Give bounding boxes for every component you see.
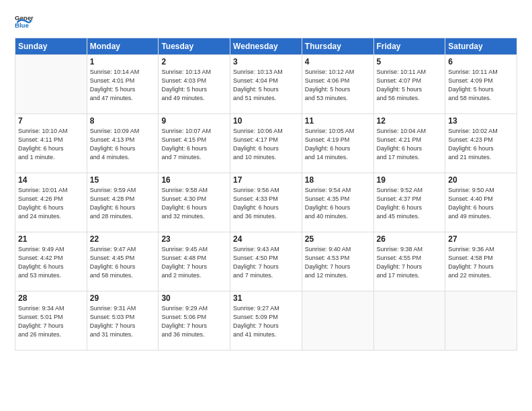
- day-info: Sunrise: 10:11 AM Sunset: 4:07 PM Daylig…: [377, 68, 443, 103]
- calendar-week-row: 28Sunrise: 9:34 AM Sunset: 5:01 PM Dayli…: [15, 291, 517, 351]
- calendar-body: 1Sunrise: 10:14 AM Sunset: 4:01 PM Dayli…: [15, 55, 517, 351]
- day-info: Sunrise: 10:13 AM Sunset: 4:03 PM Daylig…: [161, 68, 227, 103]
- day-info: Sunrise: 10:10 AM Sunset: 4:11 PM Daylig…: [18, 127, 84, 162]
- calendar-cell: 23Sunrise: 9:45 AM Sunset: 4:48 PM Dayli…: [159, 232, 230, 291]
- calendar-cell: 10Sunrise: 10:06 AM Sunset: 4:17 PM Dayl…: [230, 114, 302, 173]
- calendar-cell: 14Sunrise: 10:01 AM Sunset: 4:26 PM Dayl…: [15, 173, 87, 232]
- day-number: 2: [161, 57, 227, 66]
- calendar-cell: [445, 291, 517, 351]
- day-info: Sunrise: 9:29 AM Sunset: 5:06 PM Dayligh…: [161, 304, 227, 339]
- day-number: 4: [305, 57, 371, 66]
- day-info: Sunrise: 10:01 AM Sunset: 4:26 PM Daylig…: [18, 186, 84, 221]
- day-info: Sunrise: 9:47 AM Sunset: 4:45 PM Dayligh…: [90, 245, 156, 280]
- calendar-cell: 5Sunrise: 10:11 AM Sunset: 4:07 PM Dayli…: [373, 55, 445, 114]
- weekday-header: Wednesday: [230, 38, 302, 55]
- day-number: 25: [305, 234, 371, 244]
- day-info: Sunrise: 10:13 AM Sunset: 4:04 PM Daylig…: [233, 68, 299, 103]
- calendar-cell: 29Sunrise: 9:31 AM Sunset: 5:03 PM Dayli…: [87, 291, 159, 351]
- day-info: Sunrise: 9:50 AM Sunset: 4:40 PM Dayligh…: [448, 186, 514, 221]
- calendar-cell: 28Sunrise: 9:34 AM Sunset: 5:01 PM Dayli…: [15, 291, 87, 351]
- calendar-cell: 4Sunrise: 10:12 AM Sunset: 4:06 PM Dayli…: [302, 55, 373, 114]
- day-info: Sunrise: 10:06 AM Sunset: 4:17 PM Daylig…: [233, 127, 299, 162]
- day-info: Sunrise: 9:27 AM Sunset: 5:09 PM Dayligh…: [233, 304, 299, 339]
- day-info: Sunrise: 10:14 AM Sunset: 4:01 PM Daylig…: [90, 68, 156, 103]
- day-number: 27: [448, 234, 514, 244]
- day-info: Sunrise: 9:59 AM Sunset: 4:28 PM Dayligh…: [90, 186, 156, 221]
- day-number: 21: [18, 234, 84, 244]
- calendar-cell: 20Sunrise: 9:50 AM Sunset: 4:40 PM Dayli…: [445, 173, 517, 232]
- day-number: 22: [90, 234, 156, 244]
- calendar-cell: 7Sunrise: 10:10 AM Sunset: 4:11 PM Dayli…: [15, 114, 87, 173]
- day-number: 13: [448, 116, 514, 126]
- day-number: 15: [90, 175, 156, 185]
- calendar-cell: 11Sunrise: 10:05 AM Sunset: 4:19 PM Dayl…: [302, 114, 373, 173]
- calendar-cell: 25Sunrise: 9:40 AM Sunset: 4:53 PM Dayli…: [302, 232, 373, 291]
- day-number: 18: [305, 175, 371, 185]
- day-info: Sunrise: 9:36 AM Sunset: 4:58 PM Dayligh…: [448, 245, 514, 280]
- day-info: Sunrise: 10:02 AM Sunset: 4:23 PM Daylig…: [448, 127, 514, 162]
- day-number: 31: [233, 293, 299, 303]
- day-info: Sunrise: 9:31 AM Sunset: 5:03 PM Dayligh…: [90, 304, 156, 339]
- calendar-cell: 9Sunrise: 10:07 AM Sunset: 4:15 PM Dayli…: [159, 114, 230, 173]
- day-info: Sunrise: 10:04 AM Sunset: 4:21 PM Daylig…: [377, 127, 443, 162]
- day-number: 8: [90, 116, 156, 126]
- day-info: Sunrise: 9:43 AM Sunset: 4:50 PM Dayligh…: [233, 245, 299, 280]
- weekday-header: Sunday: [15, 38, 87, 55]
- calendar-cell: 8Sunrise: 10:09 AM Sunset: 4:13 PM Dayli…: [87, 114, 159, 173]
- day-number: 16: [161, 175, 227, 185]
- calendar-cell: [373, 291, 445, 351]
- calendar-cell: 6Sunrise: 10:11 AM Sunset: 4:09 PM Dayli…: [445, 55, 517, 114]
- day-info: Sunrise: 9:58 AM Sunset: 4:30 PM Dayligh…: [161, 186, 227, 221]
- calendar-cell: 12Sunrise: 10:04 AM Sunset: 4:21 PM Dayl…: [373, 114, 445, 173]
- day-info: Sunrise: 10:12 AM Sunset: 4:06 PM Daylig…: [305, 68, 371, 103]
- calendar-cell: 16Sunrise: 9:58 AM Sunset: 4:30 PM Dayli…: [159, 173, 230, 232]
- day-number: 10: [233, 116, 299, 126]
- calendar-week-row: 21Sunrise: 9:49 AM Sunset: 4:42 PM Dayli…: [15, 232, 517, 291]
- weekday-header: Saturday: [445, 38, 517, 55]
- calendar-cell: 31Sunrise: 9:27 AM Sunset: 5:09 PM Dayli…: [230, 291, 302, 351]
- day-number: 20: [448, 175, 514, 185]
- day-info: Sunrise: 9:34 AM Sunset: 5:01 PM Dayligh…: [18, 304, 84, 339]
- weekday-header: Friday: [373, 38, 445, 55]
- calendar-cell: 19Sunrise: 9:52 AM Sunset: 4:37 PM Dayli…: [373, 173, 445, 232]
- calendar-cell: 24Sunrise: 9:43 AM Sunset: 4:50 PM Dayli…: [230, 232, 302, 291]
- calendar-cell: 1Sunrise: 10:14 AM Sunset: 4:01 PM Dayli…: [87, 55, 159, 114]
- weekday-header: Tuesday: [159, 38, 230, 55]
- calendar-cell: 22Sunrise: 9:47 AM Sunset: 4:45 PM Dayli…: [87, 232, 159, 291]
- day-info: Sunrise: 10:11 AM Sunset: 4:09 PM Daylig…: [448, 68, 514, 103]
- day-info: Sunrise: 9:40 AM Sunset: 4:53 PM Dayligh…: [305, 245, 371, 280]
- day-info: Sunrise: 9:38 AM Sunset: 4:55 PM Dayligh…: [377, 245, 443, 280]
- day-number: 9: [161, 116, 227, 126]
- day-info: Sunrise: 10:09 AM Sunset: 4:13 PM Daylig…: [90, 127, 156, 162]
- calendar-cell: 3Sunrise: 10:13 AM Sunset: 4:04 PM Dayli…: [230, 55, 302, 114]
- calendar-cell: [302, 291, 373, 351]
- calendar-cell: 30Sunrise: 9:29 AM Sunset: 5:06 PM Dayli…: [159, 291, 230, 351]
- day-number: 11: [305, 116, 371, 126]
- day-info: Sunrise: 10:07 AM Sunset: 4:15 PM Daylig…: [161, 127, 227, 162]
- calendar-header-row: SundayMondayTuesdayWednesdayThursdayFrid…: [15, 38, 517, 55]
- calendar-cell: 21Sunrise: 9:49 AM Sunset: 4:42 PM Dayli…: [15, 232, 87, 291]
- day-info: Sunrise: 9:52 AM Sunset: 4:37 PM Dayligh…: [377, 186, 443, 221]
- day-number: 24: [233, 234, 299, 244]
- calendar-table: SundayMondayTuesdayWednesdayThursdayFrid…: [15, 38, 517, 351]
- logo: General Blue: [15, 12, 34, 31]
- calendar-cell: 17Sunrise: 9:56 AM Sunset: 4:33 PM Dayli…: [230, 173, 302, 232]
- day-info: Sunrise: 10:05 AM Sunset: 4:19 PM Daylig…: [305, 127, 371, 162]
- calendar-week-row: 14Sunrise: 10:01 AM Sunset: 4:26 PM Dayl…: [15, 173, 517, 232]
- calendar-cell: 2Sunrise: 10:13 AM Sunset: 4:03 PM Dayli…: [159, 55, 230, 114]
- weekday-header: Thursday: [302, 38, 373, 55]
- day-info: Sunrise: 9:56 AM Sunset: 4:33 PM Dayligh…: [233, 186, 299, 221]
- day-number: 3: [233, 57, 299, 66]
- day-number: 14: [18, 175, 84, 185]
- day-info: Sunrise: 9:54 AM Sunset: 4:35 PM Dayligh…: [305, 186, 371, 221]
- day-number: 29: [90, 293, 156, 303]
- calendar-cell: [15, 55, 87, 114]
- day-number: 1: [90, 57, 156, 66]
- day-number: 26: [377, 234, 443, 244]
- day-number: 19: [377, 175, 443, 185]
- calendar-cell: 13Sunrise: 10:02 AM Sunset: 4:23 PM Dayl…: [445, 114, 517, 173]
- day-info: Sunrise: 9:45 AM Sunset: 4:48 PM Dayligh…: [161, 245, 227, 280]
- calendar-cell: 27Sunrise: 9:36 AM Sunset: 4:58 PM Dayli…: [445, 232, 517, 291]
- day-number: 12: [377, 116, 443, 126]
- weekday-header: Monday: [87, 38, 159, 55]
